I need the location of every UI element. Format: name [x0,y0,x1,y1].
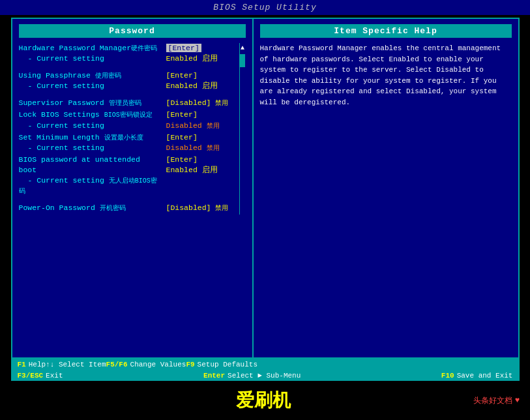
menu-item-bios-unattended[interactable]: BIOS password at unattended boot - Curre… [19,155,239,196]
bios-main-area: Password Hardware Password Manager硬件密码 -… [11,18,520,359]
menu-label-lock-bios: Lock BIOS Settings BIOS密码锁设定 - Current s… [19,110,161,130]
menu-label-power-on-pw: Power-On Password 开机密码 [19,203,161,213]
scroll-up-arrow[interactable]: ▲ [241,44,244,52]
menu-value-bios-unattended: [Enter] Enabled 启用 [161,155,239,175]
footer-f3esc-key: F3/ESC [18,372,44,380]
footer-f1: F1 Help↑↓ Select Item [18,361,106,368]
bios-footer: F1 Help↑↓ Select Item F5/F6 Change Value… [11,359,520,370]
footer-f10: F10 Save and Exit [441,372,513,380]
password-panel: Password Hardware Password Manager硬件密码 -… [12,19,254,357]
title-text: BIOS Setup Utility [213,3,316,12]
menu-item-hw-password[interactable]: Hardware Password Manager硬件密码 - Current … [19,43,239,64]
menu-content: Hardware Password Manager硬件密码 - Current … [19,43,246,215]
footer-f3esc: F3/ESC Exit [18,372,63,380]
scroll-thumb[interactable] [240,54,245,67]
menu-value-supervisor-pw: [Disabled] 禁用 [161,98,239,108]
menu-value-lock-bios: [Enter] Disabled 禁用 [161,110,239,130]
footer-enter-label: Select ► Sub-Menu [228,372,301,380]
footer-f1-label: Help↑↓ Select Item [29,361,106,368]
footer-f5f6-key: F5/F6 [106,361,128,368]
footer-f5f6: F5/F6 Change Values [106,361,186,368]
bios-title: BIOS Setup Utility [0,0,530,15]
menu-label-supervisor-pw: Supervisor Password 管理员密码 [19,98,161,108]
menu-value-min-length: [Enter] Disabled 禁用 [161,132,239,153]
help-text: Hardware Password Manager enables the ce… [260,43,512,108]
menu-value-power-on-pw: [Disabled] 禁用 [161,203,239,213]
menu-label-hw-password: Hardware Password Manager硬件密码 - Current … [19,43,161,64]
menu-item-power-on-pw[interactable]: Power-On Password 开机密码 [Disabled] 禁用 [19,203,239,213]
bios-screen: BIOS Setup Utility Password Hardware Pas… [0,0,530,420]
watermark-site: 头条好文档 ♥ [473,395,520,406]
watermark-area: 爱刷机 头条好文档 ♥ [0,381,530,420]
menu-label-passphrase: Using Passphrase 使用密码 - Current setting [19,70,161,91]
footer-f5f6-label: Change Values [130,361,186,368]
menu-item-min-length[interactable]: Set Minimum Length 设置最小长度 - Current sett… [19,132,239,153]
footer-f10-key: F10 [441,372,454,380]
help-panel-title: Item Specific Help [260,24,512,38]
menu-value-hw-password: [Enter] Enabled 启用 [161,43,239,64]
footer-enter: Enter Select ► Sub-Menu [203,372,301,380]
menu-item-supervisor-pw[interactable]: Supervisor Password 管理员密码 [Disabled] 禁用 [19,98,239,108]
heart-icon: ♥ [515,396,520,405]
menu-list: Hardware Password Manager硬件密码 - Current … [19,43,239,215]
menu-label-bios-unattended: BIOS password at unattended boot - Curre… [19,155,161,196]
watermark-chinese: 爱刷机 [236,388,291,413]
footer-f1-key: F1 [18,361,26,368]
footer-f10-label: Save and Exit [457,372,513,380]
footer-f9-key: F9 [186,361,194,368]
menu-item-lock-bios[interactable]: Lock BIOS Settings BIOS密码锁设定 - Current s… [19,110,239,130]
scrollbar[interactable]: ▲ [239,43,246,215]
help-panel: Item Specific Help Hardware Password Man… [254,19,518,357]
footer-enter-key: Enter [203,372,225,380]
menu-label-min-length: Set Minimum Length 设置最小长度 - Current sett… [19,132,161,153]
menu-item-passphrase[interactable]: Using Passphrase 使用密码 - Current setting … [19,70,239,91]
watermark-site-text: 头条好文档 [473,395,512,406]
footer-f9: F9 Setup Defaults [186,361,258,368]
menu-value-passphrase: [Enter] Enabled 启用 [161,70,239,91]
password-panel-title: Password [19,24,246,38]
footer-f9-label: Setup Defaults [198,361,258,368]
bios-footer-row2: F3/ESC Exit Enter Select ► Sub-Menu F10 … [11,370,520,381]
footer-f3esc-label: Exit [46,372,63,380]
